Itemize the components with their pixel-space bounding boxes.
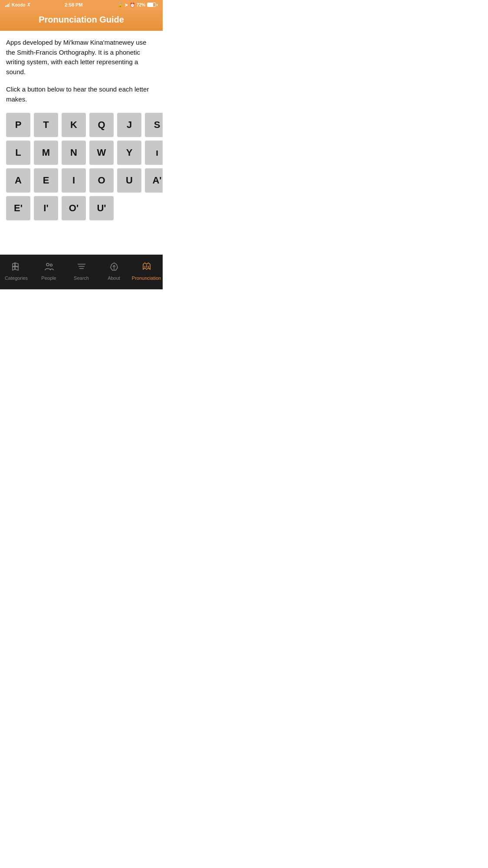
letter-button-u[interactable]: U xyxy=(117,168,141,193)
svg-point-1 xyxy=(50,264,52,266)
status-left: Koodo 𝛸 xyxy=(5,2,30,7)
battery-percent: 72% xyxy=(137,3,145,7)
search-icon xyxy=(76,262,87,274)
letter-button-t[interactable]: T xyxy=(34,113,58,137)
nav-item-about[interactable]: About xyxy=(98,255,130,289)
letter-button-oprime[interactable]: O' xyxy=(62,196,86,220)
letter-button-s[interactable]: S xyxy=(145,113,163,137)
about-icon xyxy=(109,262,119,274)
pronunciation-icon xyxy=(141,262,152,274)
letter-button-y[interactable]: Y xyxy=(117,141,141,165)
bottom-nav: Categories People Search xyxy=(0,255,163,289)
battery-indicator xyxy=(147,3,157,7)
letter-button-j[interactable]: J xyxy=(117,113,141,137)
nav-item-categories[interactable]: Categories xyxy=(0,255,33,289)
nav-label-search: Search xyxy=(74,275,89,281)
letter-row-2: AEIOUA' xyxy=(6,168,157,193)
letter-button-aprime[interactable]: A' xyxy=(145,168,163,193)
svg-point-5 xyxy=(113,265,115,267)
instruction-text: Click a button below to hear the sound e… xyxy=(6,85,157,104)
letter-button-o[interactable]: O xyxy=(89,168,114,193)
letter-button-n[interactable]: N xyxy=(62,141,86,165)
main-content: Apps developed by Mi'kmaw Kina'matnewey … xyxy=(0,31,163,255)
letter-row-0: PTKQJS xyxy=(6,113,157,137)
nav-label-about: About xyxy=(108,275,120,281)
letter-grid: PTKQJSLMNWYıAEIOUA'E'I'O'U' xyxy=(6,113,157,220)
letter-row-3: E'I'O'U' xyxy=(6,196,157,220)
letter-button-a[interactable]: A xyxy=(6,168,30,193)
description-text: Apps developed by Mi'kmaw Kina'matnewey … xyxy=(6,38,157,77)
status-bar: Koodo 𝛸 2:58 PM 🔒 ➤ ⏰ 72% xyxy=(0,0,163,10)
clock: 2:58 PM xyxy=(65,2,83,7)
svg-point-0 xyxy=(46,263,49,266)
app-header: Pronunciation Guide xyxy=(0,10,163,31)
location-icon: ➤ xyxy=(124,3,128,7)
letter-button-k[interactable]: K xyxy=(62,113,86,137)
nav-label-categories: Categories xyxy=(5,275,28,281)
nav-item-people[interactable]: People xyxy=(33,255,65,289)
status-right: 🔒 ➤ ⏰ 72% xyxy=(118,3,157,7)
letter-button-m[interactable]: M xyxy=(34,141,58,165)
lock-icon: 🔒 xyxy=(118,3,123,7)
categories-icon xyxy=(11,262,22,274)
nav-item-search[interactable]: Search xyxy=(65,255,98,289)
alarm-icon: ⏰ xyxy=(130,3,135,7)
letter-button-i[interactable]: I xyxy=(62,168,86,193)
page-title: Pronunciation Guide xyxy=(7,15,156,25)
people-icon xyxy=(44,262,54,274)
letter-button-iprime[interactable]: I' xyxy=(34,196,58,220)
signal-icon xyxy=(5,3,10,7)
letter-button-ı[interactable]: ı xyxy=(145,141,163,165)
letter-button-e[interactable]: E xyxy=(34,168,58,193)
letter-button-q[interactable]: Q xyxy=(89,113,114,137)
letter-button-uprime[interactable]: U' xyxy=(89,196,114,220)
letter-button-w[interactable]: W xyxy=(89,141,114,165)
nav-item-pronunciation[interactable]: Pronunciation xyxy=(130,255,163,289)
letter-button-eprime[interactable]: E' xyxy=(6,196,30,220)
letter-row-1: LMNWYı xyxy=(6,141,157,165)
letter-button-l[interactable]: L xyxy=(6,141,30,165)
nav-label-pronunciation: Pronunciation xyxy=(132,275,161,281)
carrier-label: Koodo xyxy=(12,3,26,7)
letter-button-p[interactable]: P xyxy=(6,113,30,137)
nav-label-people: People xyxy=(41,275,56,281)
wifi-icon: 𝛸 xyxy=(27,2,30,7)
